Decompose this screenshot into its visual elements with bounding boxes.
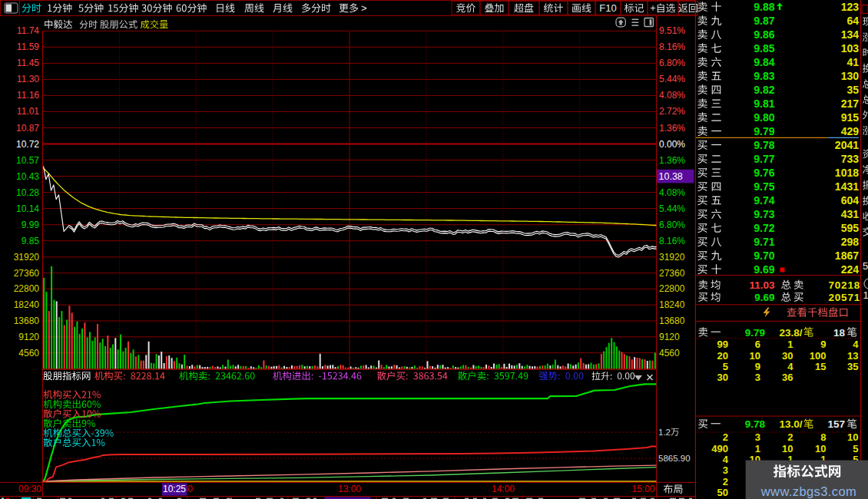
svg-text:1.36%: 1.36% [659,123,685,134]
svg-text:8.16%: 8.16% [659,41,685,52]
svg-text:429: 429 [841,125,860,137]
svg-text:431: 431 [841,208,860,220]
svg-text:36: 36 [782,372,793,383]
svg-text:99: 99 [717,339,728,350]
svg-text:733: 733 [841,153,860,165]
svg-text:9.83: 9.83 [754,70,774,82]
svg-text:10: 10 [815,443,826,454]
svg-text:9.69: 9.69 [754,263,774,276]
svg-text:4: 4 [723,454,729,465]
svg-text:20571: 20571 [828,292,860,303]
svg-text:9120: 9120 [659,332,680,342]
svg-text:490: 490 [711,443,728,454]
svg-text:11.30: 11.30 [17,74,39,84]
svg-text:9.51%: 9.51% [659,25,685,36]
svg-text:18240: 18240 [659,299,685,310]
svg-text:4: 4 [787,361,793,372]
svg-text:3: 3 [755,431,760,443]
svg-text:13680: 13680 [14,316,40,326]
svg-text:35: 35 [847,361,858,372]
svg-text:6.80%: 6.80% [659,220,685,230]
svg-text:10: 10 [782,443,793,454]
svg-text:9.75: 9.75 [754,180,774,193]
svg-text:30: 30 [717,372,728,383]
svg-text:10.57: 10.57 [16,155,39,166]
svg-text:09:30: 09:30 [18,484,41,494]
svg-text:F10: F10 [599,2,616,14]
svg-text:9.86: 9.86 [754,28,774,41]
svg-text:9.84: 9.84 [754,56,774,68]
svg-text:9.85: 9.85 [754,42,774,55]
svg-text:298: 298 [841,236,860,248]
svg-text:9.74: 9.74 [754,194,774,207]
svg-text:9.69: 9.69 [754,292,774,303]
svg-text:2: 2 [723,476,728,487]
svg-text:11.59: 11.59 [17,41,39,52]
svg-text:10: 10 [750,350,760,362]
svg-text:2: 2 [723,431,728,443]
svg-text:3: 3 [723,464,728,476]
svg-text:27360: 27360 [659,268,685,279]
svg-text:6.80%: 6.80% [659,58,685,68]
svg-text:13: 13 [847,350,858,362]
svg-text:1018: 1018 [835,167,859,179]
svg-text:217: 217 [841,97,860,110]
svg-text:9: 9 [820,339,826,350]
svg-text:>: > [361,2,367,14]
svg-text:9.99: 9.99 [22,220,40,230]
svg-text:2: 2 [787,431,793,443]
svg-text:10:25: 10:25 [163,484,186,494]
svg-text:13:00: 13:00 [338,484,361,494]
svg-text:2041: 2041 [835,139,859,151]
svg-text:18: 18 [833,327,846,339]
svg-text:9.73: 9.73 [754,208,774,220]
svg-text:18240: 18240 [14,299,40,310]
svg-text:9.76: 9.76 [754,167,774,179]
svg-text:11.74: 11.74 [17,25,39,36]
svg-text:70218: 70218 [828,279,860,291]
svg-text:9.85: 9.85 [22,236,40,246]
svg-text:11.03: 11.03 [750,279,776,291]
svg-text:9.78: 9.78 [745,418,766,430]
svg-text:9.78: 9.78 [754,139,774,151]
svg-text:www.zbgs3.com: www.zbgs3.com [760,484,856,498]
svg-text:15: 15 [815,361,826,372]
svg-text:9120: 9120 [18,332,39,342]
svg-text:13680: 13680 [659,316,685,326]
svg-text:41: 41 [846,56,859,68]
svg-text:9.71: 9.71 [754,236,774,248]
svg-text:5.44%: 5.44% [659,203,685,214]
svg-text:8: 8 [820,431,826,443]
svg-text:15:00: 15:00 [631,484,654,494]
svg-text:5.44%: 5.44% [659,74,685,84]
svg-text:224: 224 [841,263,860,276]
svg-text:10.14: 10.14 [16,203,39,214]
svg-text:595: 595 [841,222,860,234]
svg-text:1.2: 1.2 [658,428,671,437]
svg-text:10.38: 10.38 [659,171,683,182]
svg-text:4560: 4560 [659,348,680,359]
svg-text:9.80: 9.80 [754,111,774,124]
svg-text:8.16%: 8.16% [659,236,685,246]
svg-text:50: 50 [717,487,728,498]
svg-text:9.88: 9.88 [754,1,774,13]
svg-text:14:00: 14:00 [492,484,515,494]
svg-text:10.87: 10.87 [16,123,39,134]
svg-text:103: 103 [841,42,860,55]
svg-text:1431: 1431 [835,180,859,193]
svg-text:31920: 31920 [14,252,40,263]
svg-text:1: 1 [863,289,868,301]
svg-text:30: 30 [782,350,793,362]
svg-text:5: 5 [853,443,858,454]
svg-text:31920: 31920 [659,252,685,263]
svg-text:64: 64 [846,15,859,27]
svg-text:0.00%: 0.00% [659,139,685,150]
svg-text:604: 604 [841,194,860,207]
svg-text:4.08%: 4.08% [659,187,685,198]
svg-text:11.16: 11.16 [17,90,39,101]
svg-text:10.72: 10.72 [16,139,39,150]
svg-text:22800: 22800 [659,283,685,294]
svg-text:1: 1 [755,443,760,454]
svg-text:5865.90: 5865.90 [658,454,691,463]
svg-text:123: 123 [841,1,860,13]
